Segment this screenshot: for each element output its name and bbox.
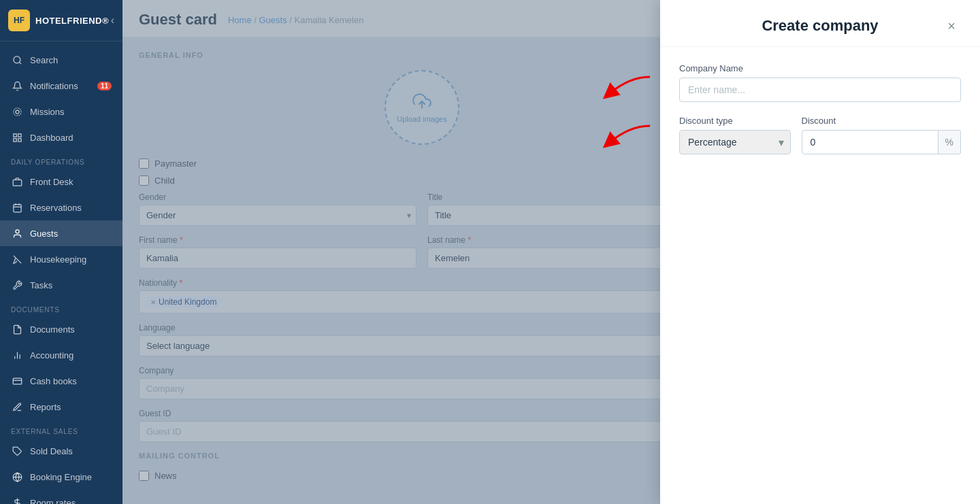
desk-icon (11, 175, 23, 188)
sidebar-item-cash-books[interactable]: Cash books (0, 368, 122, 394)
doc-icon (11, 323, 23, 335)
modal-header: Create company × (660, 0, 980, 47)
sidebar-item-documents-label: Documents (30, 324, 75, 335)
sidebar-logo[interactable]: HF HOTELFRIEND® ‹ (0, 0, 122, 41)
sidebar-item-tasks-label: Tasks (30, 280, 52, 290)
sidebar-item-tasks[interactable]: Tasks (0, 272, 122, 298)
discount-row: Discount type Percentage Fixed amount Di… (679, 116, 961, 154)
svg-line-1 (19, 62, 21, 64)
sidebar-item-reports-label: Reports (30, 402, 61, 412)
tag-icon (11, 445, 23, 457)
company-name-input[interactable] (679, 78, 961, 102)
discount-value-group: Discount % (802, 116, 961, 154)
sidebar-item-sold-deals[interactable]: Sold Deals (0, 438, 122, 464)
sidebar-item-reservations[interactable]: Reservations (0, 195, 122, 220)
discount-type-select-wrapper: Percentage Fixed amount (679, 130, 791, 154)
svg-rect-7 (18, 138, 20, 141)
cash-icon (11, 375, 23, 387)
booking-icon (11, 471, 23, 483)
discount-type-group: Discount type Percentage Fixed amount (679, 116, 791, 154)
discount-suffix: % (938, 130, 961, 154)
sidebar-item-accounting-label: Accounting (30, 350, 74, 360)
documents-section-label: DOCUMENTS (0, 298, 122, 316)
sidebar-item-reports[interactable]: Reports (0, 394, 122, 420)
chart-icon (11, 349, 23, 361)
sidebar-item-housekeeping-label: Housekeeping (30, 254, 86, 265)
discount-label: Discount (802, 116, 961, 126)
broom-icon (11, 253, 23, 265)
sidebar-item-search[interactable]: Search (0, 47, 122, 73)
modal-title: Create company (698, 17, 942, 35)
discount-input[interactable] (802, 130, 938, 154)
modal-body: Company Name Discount type Percentage Fi… (660, 47, 980, 504)
sidebar: HF HOTELFRIEND® ‹ Search Notifications 1… (0, 0, 122, 504)
logo-text: HOTELFRIEND® (35, 16, 109, 26)
daily-ops-section-label: DAILY OPERATIONS (0, 150, 122, 169)
sidebar-item-booking-engine-label: Booking Engine (30, 472, 92, 482)
svg-rect-17 (13, 378, 22, 384)
calendar-icon (11, 201, 23, 214)
svg-rect-5 (18, 133, 20, 136)
modal-close-button[interactable]: × (942, 16, 961, 35)
report-icon (11, 401, 23, 413)
rates-icon (11, 497, 23, 504)
sidebar-item-search-label: Search (30, 55, 58, 65)
discount-type-label: Discount type (679, 116, 791, 126)
sidebar-item-dashboard-label: Dashboard (30, 133, 74, 143)
company-name-label: Company Name (679, 63, 961, 73)
grid-icon (11, 131, 23, 144)
logo-icon: HF (8, 10, 30, 31)
person-icon (11, 227, 23, 239)
sidebar-item-cash-books-label: Cash books (30, 376, 77, 386)
sidebar-item-dashboard[interactable]: Dashboard (0, 124, 122, 150)
sidebar-item-housekeeping[interactable]: Housekeeping (0, 246, 122, 272)
svg-rect-6 (13, 138, 16, 141)
sidebar-item-missions-label: Missions (30, 107, 65, 117)
svg-point-0 (13, 56, 20, 63)
sidebar-item-front-desk-label: Front Desk (30, 177, 74, 187)
sidebar-item-missions[interactable]: Missions (0, 99, 122, 124)
sidebar-collapse-button[interactable]: ‹ (111, 14, 114, 27)
sidebar-item-guests-label: Guests (30, 229, 58, 239)
svg-point-3 (13, 107, 20, 115)
discount-type-select[interactable]: Percentage Fixed amount (679, 130, 791, 154)
create-company-modal: Create company × Company Name Discount t… (660, 0, 980, 504)
notifications-badge: 11 (97, 82, 112, 90)
sidebar-item-booking-engine[interactable]: Booking Engine (0, 464, 122, 490)
discount-input-wrap: % (802, 130, 961, 154)
sidebar-item-notifications-label: Notifications (30, 81, 78, 91)
tool-icon (11, 279, 23, 291)
sidebar-item-reservations-label: Reservations (30, 203, 82, 213)
sidebar-item-front-desk[interactable]: Front Desk (0, 169, 122, 195)
sidebar-nav: Search Notifications 11 Missions Dashboa… (0, 41, 122, 504)
search-icon (11, 54, 23, 66)
bell-icon (11, 80, 23, 92)
svg-point-13 (16, 229, 19, 233)
svg-rect-4 (13, 133, 16, 136)
sidebar-item-documents[interactable]: Documents (0, 316, 122, 342)
svg-rect-9 (13, 204, 20, 212)
svg-point-2 (16, 110, 19, 114)
svg-rect-8 (13, 180, 22, 186)
sidebar-item-guests[interactable]: Guests (0, 220, 122, 246)
sidebar-item-accounting[interactable]: Accounting (0, 342, 122, 368)
sidebar-item-room-rates[interactable]: Room rates (0, 490, 122, 504)
sidebar-item-notifications[interactable]: Notifications 11 (0, 73, 122, 99)
external-sales-section-label: EXTERNAL SALES (0, 420, 122, 438)
sidebar-item-sold-deals-label: Sold Deals (30, 446, 73, 456)
company-name-group: Company Name (679, 63, 961, 102)
flag-icon (11, 105, 23, 118)
sidebar-item-room-rates-label: Room rates (30, 498, 76, 505)
